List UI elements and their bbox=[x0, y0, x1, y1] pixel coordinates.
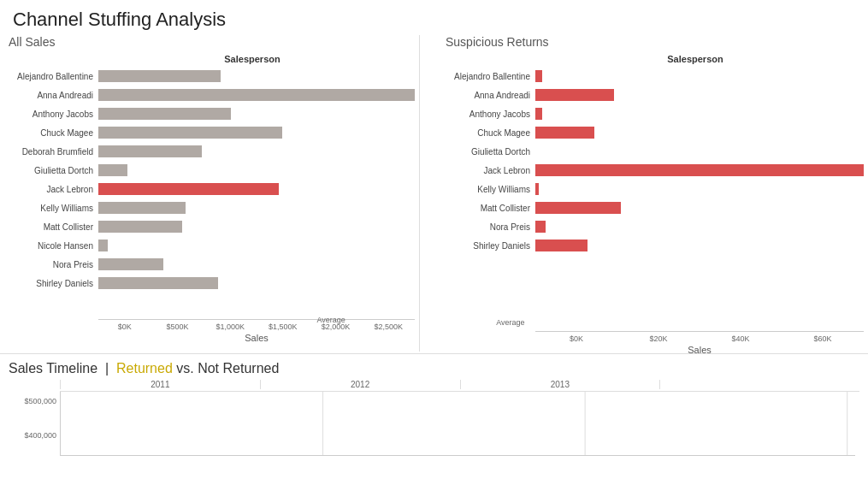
year-extra bbox=[659, 380, 859, 389]
bar-label: Jack Lebron bbox=[441, 166, 535, 175]
x-axis-label: $500K bbox=[151, 322, 204, 331]
bar-row: Jack Lebron bbox=[441, 162, 864, 179]
bar-row: Chuck Magee bbox=[441, 124, 864, 141]
suspicious-returns-chart: Alejandro BallentineAnna AndreadiAnthony… bbox=[441, 68, 864, 316]
timeline-year-labels: 2011 2012 2013 bbox=[60, 380, 859, 392]
bar-row: Nicole Hansen bbox=[4, 237, 415, 254]
bar-fill bbox=[535, 127, 594, 139]
bar-fill bbox=[98, 258, 163, 270]
bar-area bbox=[535, 202, 864, 214]
bar-area bbox=[98, 108, 415, 120]
bar-label: Anthony Jacobs bbox=[441, 109, 535, 119]
bar-fill bbox=[98, 240, 108, 251]
timeline-title: Sales Timeline | Returned vs. Not Return… bbox=[9, 354, 859, 380]
bar-fill bbox=[98, 108, 231, 120]
bar-fill bbox=[98, 127, 282, 139]
bar-fill bbox=[98, 89, 415, 101]
suspicious-returns-column-header: Salesperson bbox=[527, 54, 864, 64]
bar-label: Nicole Hansen bbox=[4, 241, 98, 251]
bar-area bbox=[535, 127, 864, 139]
all-sales-axis-title: Sales bbox=[98, 333, 415, 343]
chart-divider bbox=[419, 35, 420, 352]
bar-area bbox=[98, 70, 415, 82]
bar-area bbox=[535, 183, 864, 195]
bar-label: Anna Andreadi bbox=[4, 91, 98, 100]
bar-label: Alejandro Ballentine bbox=[441, 72, 535, 81]
suspicious-returns-x-axis: $0K$20K$40K$60K bbox=[535, 331, 864, 343]
x-axis-label: $2,500K bbox=[362, 322, 415, 331]
bar-label: Anthony Jacobs bbox=[4, 109, 98, 119]
bar-label: Matt Collister bbox=[441, 204, 535, 213]
page-title: Channel Stuffing Analysis bbox=[0, 0, 868, 35]
all-sales-chart: Alejandro BallentineAnna AndreadiAnthony… bbox=[4, 68, 415, 316]
bar-area bbox=[98, 221, 415, 233]
bar-fill bbox=[98, 202, 186, 214]
bar-area bbox=[98, 277, 415, 289]
bar-row: Anna Andreadi bbox=[4, 86, 415, 104]
bar-fill bbox=[98, 221, 182, 233]
bar-row: Giulietta Dortch bbox=[441, 143, 864, 160]
all-sales-column-header: Salesperson bbox=[90, 54, 415, 64]
bar-area bbox=[535, 70, 864, 82]
suspicious-returns-section: Suspicious Returns Salesperson Alejandro… bbox=[424, 35, 864, 352]
x-axis-label: $20K bbox=[617, 334, 700, 343]
timeline-title-prefix: Sales Timeline bbox=[9, 361, 97, 376]
year-2012: 2012 bbox=[260, 380, 460, 389]
bar-area bbox=[98, 183, 415, 195]
bar-row: Nora Preis bbox=[4, 256, 415, 273]
bar-fill bbox=[535, 240, 588, 251]
x-axis-label: $40K bbox=[700, 334, 782, 343]
bar-area bbox=[98, 89, 415, 101]
bar-label: Chuck Magee bbox=[441, 128, 535, 138]
bar-area bbox=[98, 127, 415, 139]
suspicious-returns-axis-title: Sales bbox=[535, 345, 864, 355]
vs-text: vs. Not Returned bbox=[176, 361, 279, 376]
year-2011: 2011 bbox=[60, 380, 260, 389]
year-2013: 2013 bbox=[460, 380, 660, 389]
x-axis-label: $0K bbox=[98, 322, 151, 331]
bar-area bbox=[98, 145, 415, 157]
bar-fill bbox=[98, 277, 218, 289]
bar-area bbox=[535, 89, 864, 101]
bar-fill bbox=[98, 164, 127, 176]
bar-row: Jack Lebron bbox=[4, 180, 415, 198]
timeline-svg bbox=[61, 392, 855, 455]
bar-area bbox=[98, 202, 415, 214]
charts-row: All Sales Salesperson Alejandro Ballenti… bbox=[0, 35, 868, 352]
all-sales-section: All Sales Salesperson Alejandro Ballenti… bbox=[4, 35, 415, 352]
bar-row: Matt Collister bbox=[441, 199, 864, 216]
bar-label: Anna Andreadi bbox=[441, 91, 535, 100]
bar-row: Anna Andreadi bbox=[441, 86, 864, 104]
bar-area bbox=[535, 108, 864, 120]
bar-row: Nora Preis bbox=[441, 218, 864, 235]
bar-label: Chuck Magee bbox=[4, 128, 98, 138]
bar-label: Alejandro Ballentine bbox=[4, 72, 98, 81]
bar-row: Alejandro Ballentine bbox=[4, 68, 415, 85]
suspicious-returns-title: Suspicious Returns bbox=[441, 35, 864, 49]
x-axis-label: $1,500K bbox=[257, 322, 310, 331]
bar-row: Alejandro Ballentine bbox=[441, 68, 864, 85]
bar-label: Jack Lebron bbox=[4, 185, 98, 194]
bar-area bbox=[98, 164, 415, 176]
bar-fill bbox=[535, 89, 614, 101]
bar-area bbox=[535, 240, 864, 251]
bar-label: Shirley Daniels bbox=[441, 241, 535, 251]
avg-label: Average bbox=[316, 316, 345, 324]
bar-label: Giulietta Dortch bbox=[441, 147, 535, 157]
bar-row: Matt Collister bbox=[4, 218, 415, 235]
bar-label: Matt Collister bbox=[4, 222, 98, 232]
bar-row: Shirley Daniels bbox=[441, 237, 864, 254]
x-axis-label: $60K bbox=[782, 334, 864, 343]
bar-row: Giulietta Dortch bbox=[4, 162, 415, 179]
bar-fill bbox=[98, 183, 279, 195]
bar-row: Chuck Magee bbox=[4, 124, 415, 141]
timeline-chart bbox=[60, 392, 855, 456]
y-label-400: $400,000 bbox=[9, 431, 60, 440]
bar-label: Kelly Williams bbox=[441, 185, 535, 194]
returned-label: Returned bbox=[116, 361, 173, 376]
bar-label: Giulietta Dortch bbox=[4, 166, 98, 175]
bar-area bbox=[535, 145, 864, 157]
bar-area bbox=[535, 221, 864, 233]
bar-area bbox=[98, 258, 415, 270]
bar-label: Nora Preis bbox=[441, 222, 535, 232]
